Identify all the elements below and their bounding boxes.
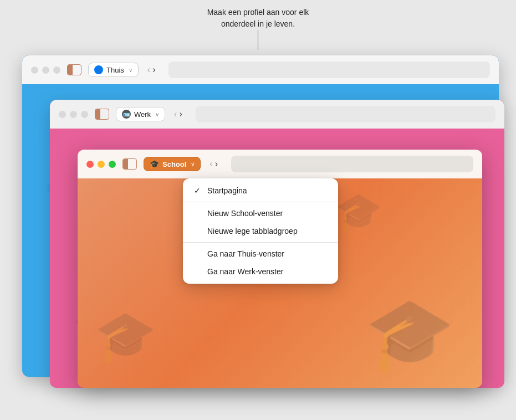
sidebar-toggle-right-thuis bbox=[73, 65, 81, 75]
traffic-lights-thuis bbox=[31, 66, 60, 74]
sidebar-toggle-left-thuis bbox=[68, 65, 73, 75]
close-button-thuis[interactable] bbox=[31, 66, 38, 74]
tooltip-connector-line bbox=[258, 30, 258, 50]
profile-label-school: School bbox=[162, 160, 186, 168]
tooltip-line1: Maak een profiel aan voor elk bbox=[207, 8, 309, 17]
sidebar-toggle-left-school bbox=[123, 159, 128, 169]
menu-label-nieuw-school-venster: Nieuw School-venster bbox=[207, 209, 283, 218]
tooltip-text: Maak een profiel aan voor elk onderdeel … bbox=[207, 7, 309, 30]
sidebar-toggle-werk[interactable] bbox=[95, 109, 109, 120]
menu-label-ga-naar-werk: Ga naar Werk-venster bbox=[207, 267, 283, 276]
menu-divider-2 bbox=[183, 242, 338, 243]
profile-button-thuis[interactable]: 👤 Thuis ∨ bbox=[88, 63, 139, 77]
titlebar-school: 🎓 School ∨ ‹ › bbox=[78, 150, 482, 178]
bg-grad-icon3-school: 🎓 bbox=[334, 189, 382, 235]
nav-forward-school[interactable]: › bbox=[215, 160, 218, 168]
titlebar-werk: 🪪 Werk ∨ ‹ › bbox=[50, 100, 504, 129]
checkmark-startpagina: ✓ bbox=[194, 186, 203, 195]
nav-back-werk[interactable]: ‹ bbox=[174, 110, 177, 119]
chevron-school: ∨ bbox=[191, 161, 195, 167]
menu-divider-1 bbox=[183, 202, 338, 202]
sidebar-toggle-right-werk bbox=[100, 109, 109, 119]
menu-label-ga-naar-thuis: Ga naar Thuis-venster bbox=[207, 249, 284, 258]
menu-item-nieuw-school-venster[interactable]: Nieuw School-venster bbox=[183, 204, 338, 222]
search-bar-school[interactable] bbox=[231, 156, 473, 172]
profile-button-werk[interactable]: 🪪 Werk ∨ bbox=[116, 107, 165, 121]
menu-item-nieuwe-lege-tabbladgroep[interactable]: Nieuwe lege tabbladgroep bbox=[183, 222, 338, 240]
sidebar-toggle-thuis[interactable] bbox=[67, 64, 81, 75]
chevron-werk: ∨ bbox=[155, 111, 159, 117]
profile-label-werk: Werk bbox=[134, 110, 151, 119]
maximize-button-thuis[interactable] bbox=[53, 66, 60, 74]
profile-icon-school: 🎓 bbox=[150, 160, 159, 168]
minimize-button-school[interactable] bbox=[98, 161, 105, 168]
profile-icon-thuis: 👤 bbox=[94, 65, 103, 74]
chevron-thuis: ∨ bbox=[129, 67, 132, 73]
menu-label-nieuwe-lege-tabbladgroep: Nieuwe lege tabbladgroep bbox=[207, 227, 298, 235]
sidebar-toggle-left-werk bbox=[95, 109, 100, 119]
bg-grad-icon-school: 🎓 bbox=[365, 293, 454, 377]
traffic-lights-school bbox=[86, 161, 116, 168]
search-bar-thuis[interactable] bbox=[168, 62, 490, 78]
titlebar-thuis: 👤 Thuis ∨ ‹ › bbox=[22, 55, 499, 84]
nav-back-school[interactable]: ‹ bbox=[210, 160, 212, 168]
menu-item-startpagina[interactable]: ✓ Startpagina bbox=[183, 182, 338, 199]
menu-item-ga-naar-werk[interactable]: Ga naar Werk-venster bbox=[183, 263, 338, 280]
search-bar-werk[interactable] bbox=[196, 106, 495, 122]
menu-label-startpagina: Startpagina bbox=[207, 186, 247, 195]
traffic-lights-werk bbox=[59, 111, 88, 118]
profile-label-thuis: Thuis bbox=[106, 66, 124, 74]
nav-arrows-thuis: ‹ › bbox=[147, 65, 156, 74]
maximize-button-werk[interactable] bbox=[81, 111, 88, 118]
minimize-button-werk[interactable] bbox=[70, 111, 77, 118]
nav-arrows-school: ‹ › bbox=[210, 160, 218, 168]
sidebar-toggle-school[interactable] bbox=[122, 158, 137, 170]
profile-icon-werk: 🪪 bbox=[122, 110, 131, 119]
nav-back-thuis[interactable]: ‹ bbox=[147, 65, 150, 74]
bg-grad-icon2-school: 🎓 bbox=[94, 308, 156, 366]
nav-arrows-werk: ‹ › bbox=[174, 110, 182, 119]
nav-forward-werk[interactable]: › bbox=[179, 110, 182, 119]
window-school: 🎓 School ∨ ‹ › 🎓 🎓 🎓 ✓ Startpagina Nieuw… bbox=[78, 150, 482, 388]
profile-button-school[interactable]: 🎓 School ∨ bbox=[144, 157, 201, 171]
tooltip-annotation: Maak een profiel aan voor elk onderdeel … bbox=[0, 0, 516, 50]
tooltip-line2: onderdeel in je leven. bbox=[221, 19, 295, 28]
minimize-button-thuis[interactable] bbox=[42, 66, 49, 74]
profile-dropdown-menu: ✓ Startpagina Nieuw School-venster Nieuw… bbox=[183, 178, 338, 284]
sidebar-toggle-right-school bbox=[128, 159, 136, 169]
close-button-werk[interactable] bbox=[59, 111, 66, 118]
nav-forward-thuis[interactable]: › bbox=[152, 65, 155, 74]
maximize-button-school[interactable] bbox=[109, 161, 116, 168]
menu-item-ga-naar-thuis[interactable]: Ga naar Thuis-venster bbox=[183, 245, 338, 263]
close-button-school[interactable] bbox=[86, 161, 94, 168]
